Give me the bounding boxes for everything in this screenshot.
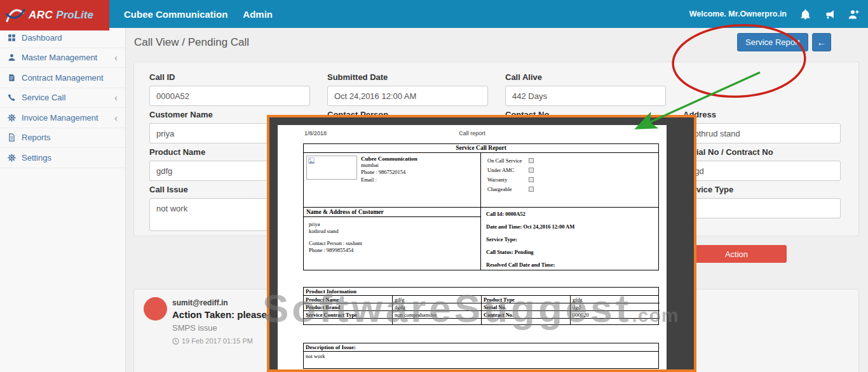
sidebar-item-reports[interactable]: Reports: [0, 128, 125, 149]
app-logo[interactable]: ARCProLite: [0, 0, 109, 30]
sidebar-item-invoice-management[interactable]: Invoice Management ‹: [0, 108, 125, 128]
checkbox-warranty: [529, 177, 534, 182]
submitted-date-label: Submitted Date: [327, 72, 488, 82]
option-chargeable-label: Chargeable: [487, 186, 529, 192]
product-cell: gfdg: [571, 296, 660, 303]
report-customer-name: priya: [309, 221, 475, 228]
report-product-table: Product Information Product Name gdfg Pr…: [303, 287, 659, 325]
serial-contract-no-input[interactable]: [683, 161, 841, 181]
sidebar-item-label: Invoice Management: [22, 113, 98, 123]
page-title: Call View / Pending Call: [134, 36, 249, 49]
product-cell: Product Name: [304, 296, 393, 303]
field-serial-contract-no: Serial No / Contract No: [683, 143, 841, 181]
call-id-label: Call ID: [149, 72, 310, 82]
report-icon: [8, 133, 16, 142]
welcome-user-menu[interactable]: Welcome. Mr.Ownerpro.in: [689, 10, 787, 18]
product-cell: Contract No.: [482, 311, 571, 319]
product-cell-empty: [393, 319, 482, 324]
report-service-type: Service Type:: [486, 236, 653, 242]
logo-swoosh-icon: [5, 7, 25, 23]
report-company-name: Cubee Communication: [361, 156, 417, 162]
report-customer-phone: Phone : 9899855454: [309, 247, 475, 254]
report-resolved-datetime: Resolved Call Date and Time:: [486, 262, 653, 268]
report-main-table: Service Call Report Cubee Communication …: [303, 143, 659, 270]
report-title: Service Call Report: [304, 144, 658, 153]
sidebar-item-dashboard[interactable]: Dashboard: [0, 28, 125, 48]
report-print-date: 1/8/2018: [304, 130, 327, 136]
option-warranty-label: Warranty: [487, 176, 529, 183]
product-cell: dgd: [571, 303, 660, 311]
report-product-header: Product Information: [304, 288, 658, 296]
nav-item-admin[interactable]: Admin: [243, 9, 273, 20]
product-cell: non comprahansive: [393, 311, 482, 319]
product-cell: Product Type: [482, 296, 571, 303]
call-alive-input[interactable]: [505, 86, 666, 106]
back-button[interactable]: ←: [812, 33, 831, 51]
sidebar-item-label: Master Management: [22, 53, 97, 62]
report-page: 1/8/2018 Call report Service Call Report…: [278, 125, 667, 372]
nav-item-cubee-communication[interactable]: Cubee Communication: [124, 9, 227, 20]
action-button[interactable]: Action: [686, 245, 787, 263]
field-call-alive: Call Alive: [505, 69, 666, 106]
clock-icon: [172, 338, 179, 345]
sidebar-item-label: Settings: [22, 153, 51, 163]
product-cell-empty: [571, 319, 660, 324]
service-report-modal: 1/8/2018 Call report Service Call Report…: [267, 115, 696, 372]
sidebar-item-service-call[interactable]: Service Call ‹: [0, 88, 125, 109]
report-company-city: mumbai: [361, 162, 417, 169]
chevron-left-icon: ‹: [114, 113, 118, 123]
field-address: Address: [683, 106, 841, 143]
service-type-label: Service Type: [683, 185, 841, 194]
product-cell: Service Contract Type: [304, 311, 393, 319]
comment-timestamp: 19 Feb 2017 01:15 PM: [182, 337, 253, 345]
service-report-button[interactable]: Service Report: [737, 33, 808, 51]
option-under-amc-label: Under AMC: [487, 167, 529, 173]
report-issue-table: Description of Issue: not work: [303, 343, 659, 369]
report-call-id: Call Id: 0000A52: [486, 211, 653, 217]
report-company-phone: Phone : 9867520154: [361, 169, 417, 176]
call-id-input[interactable]: [149, 86, 310, 106]
phone-icon: [8, 93, 16, 102]
brand-arc: ARC: [29, 9, 53, 22]
option-on-call-service-label: On Call Service: [487, 157, 529, 164]
submitted-date-input[interactable]: [327, 86, 488, 106]
sidebar-item-settings[interactable]: Settings: [0, 148, 125, 168]
address-input[interactable]: [683, 123, 841, 143]
report-customer-header: Name & Address of Customer: [304, 208, 480, 217]
chevron-left-icon: ‹: [114, 53, 118, 62]
arrow-left-icon: ←: [817, 37, 827, 48]
broken-image-placeholder: [306, 156, 357, 180]
product-cell: Product Brand: [304, 303, 393, 311]
field-call-id: Call ID: [149, 69, 310, 106]
user-plus-icon[interactable]: [848, 9, 859, 20]
sidebar-item-master-management[interactable]: Master Management ‹: [0, 48, 125, 69]
report-customer-address: kothrud stand: [309, 228, 475, 235]
broken-image-icon: [308, 157, 315, 164]
report-call-status: Call Status: Pending: [486, 249, 653, 255]
serial-contract-no-label: Serial No / Contract No: [683, 147, 841, 157]
report-issue-text: not work: [304, 352, 658, 368]
report-company-email: Email :: [361, 176, 417, 183]
gear-icon: [8, 114, 16, 122]
product-cell-empty: [482, 319, 571, 324]
checkbox-under-amc: [529, 168, 534, 173]
sidebar-item-label: Reports: [22, 133, 51, 142]
checkbox-chargeable: [529, 187, 534, 192]
megaphone-icon[interactable]: [824, 9, 835, 20]
chevron-left-icon: ‹: [114, 93, 118, 102]
report-call-datetime: Date and Time: Oct 24,2016 12:00 AM: [486, 223, 653, 230]
report-issue-header: Description of Issue:: [304, 343, 658, 352]
dashboard-icon: [8, 34, 16, 42]
service-type-input[interactable]: [683, 198, 841, 218]
product-cell-empty: [304, 319, 393, 324]
avatar: [144, 297, 167, 321]
bell-icon[interactable]: [800, 9, 811, 20]
user-icon: [8, 53, 16, 62]
top-navbar: Cubee Communication Admin Welcome. Mr.Ow…: [0, 0, 868, 28]
brand-prolite: ProLite: [56, 9, 93, 22]
product-cell: 000020: [571, 311, 660, 319]
contract-icon: [8, 74, 16, 82]
sidebar-item-contract-management[interactable]: Contract Management: [0, 68, 125, 88]
report-print-title: Call report: [278, 130, 667, 136]
navbar-right: Welcome. Mr.Ownerpro.in: [689, 0, 859, 28]
